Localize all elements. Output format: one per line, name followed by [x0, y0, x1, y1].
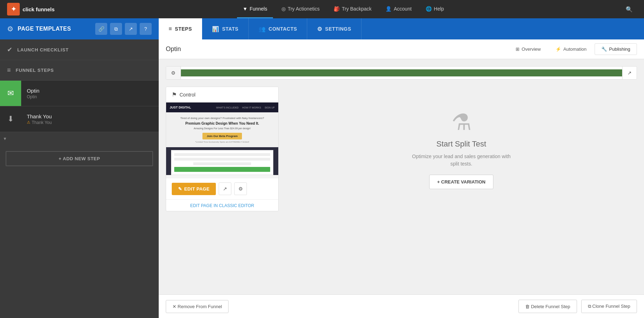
card-header: ⚑ Control — [166, 87, 278, 102]
url-input-field[interactable] — [181, 69, 622, 76]
nav-help[interactable]: 🌐 Help — [420, 0, 450, 18]
nav-funnels[interactable]: ▼ Funnels — [237, 0, 273, 18]
main-container: ⚙ PAGE TEMPLATES 🔗 ⧉ ↗ ? ✔ LAUNCH CHECKL… — [0, 18, 644, 318]
duplicate-button[interactable]: ⧉ — [110, 23, 122, 35]
delete-funnel-step-button[interactable]: 🗑 Delete Funnel Step — [518, 300, 577, 313]
preview-nav-logo: JUST DIGITAL — [170, 106, 191, 109]
preview-tagline: Tired of doing your own designs? Frustra… — [171, 117, 273, 120]
download-icon: ⬇ — [7, 114, 14, 124]
stats-tab-label: STATS — [222, 26, 238, 32]
steps-tab-label: STEPS — [175, 26, 192, 32]
tab-contacts[interactable]: 👥 CONTACTS — [249, 18, 307, 39]
warning-icon: ⚠ — [27, 120, 30, 125]
flask-icon: ⚗ — [451, 109, 472, 135]
split-test-subtitle: Optimize your lead and sales generation … — [412, 153, 511, 168]
preview-form-line-1 — [174, 153, 270, 156]
launch-checklist-label: LAUNCH CHECKLIST — [17, 47, 69, 52]
preview-content: Tired of doing your own designs? Frustra… — [166, 112, 278, 147]
search-button[interactable]: 🔍 — [621, 3, 637, 15]
top-tabs: ≡ STEPS 📊 STATS 👥 CONTACTS ⚙ SETTINGS — [159, 18, 644, 39]
gear-icon: ⚙ — [7, 25, 13, 33]
funnel-icon: ▼ — [243, 6, 248, 12]
thank-you-step-info: Thank You ⚠ Thank You — [21, 109, 159, 129]
thank-you-step-name: Thank You — [27, 113, 153, 119]
sidebar-item-launch-checklist[interactable]: ✔ LAUNCH CHECKLIST — [0, 39, 159, 60]
overview-icon: ⊞ — [516, 46, 520, 52]
nav-backpack-label: Try Backpack — [342, 6, 371, 12]
tab-settings[interactable]: ⚙ SETTINGS — [307, 18, 362, 39]
add-new-step-button[interactable]: + ADD NEW STEP — [6, 151, 153, 166]
optin-step-info: Optin Optin — [21, 83, 159, 104]
preview-form-line-2 — [174, 158, 270, 161]
card-actions: ✎ EDIT PAGE ↗ ⚙ — [166, 178, 278, 199]
edit-page-button[interactable]: ✎ EDIT PAGE — [172, 183, 216, 195]
optin-step-sub: Optin — [27, 94, 153, 99]
nav-funnels-label: Funnels — [250, 6, 267, 12]
bottom-right-actions: 🗑 Delete Funnel Step ⧉ Clone Funnel Step — [518, 300, 637, 313]
sub-tabs: ⊞ Overview ⚡ Automation 🔧 Publishing — [509, 43, 637, 55]
settings-tab-label: SETTINGS — [325, 26, 351, 32]
steps-tab-icon: ≡ — [169, 26, 172, 32]
nav-actionetics[interactable]: ◎ Try Actionetics — [276, 0, 326, 18]
page-preview: JUST DIGITAL WHAT'S INCLUDED HOW IT WORK… — [166, 102, 278, 178]
external-link-button[interactable]: ↗ — [125, 23, 137, 35]
create-variation-button[interactable]: + CREATE VARIATION — [429, 175, 494, 189]
split-test-title: Start Split Test — [436, 139, 486, 149]
funnel-step-thank-you[interactable]: ⬇ Thank You ⚠ Thank You — [0, 106, 159, 132]
app-logo[interactable]: ✦ click funnels — [7, 3, 55, 15]
nav-right: 🔍 — [621, 3, 637, 15]
preview-form — [171, 150, 273, 175]
account-icon: 👤 — [385, 6, 391, 12]
url-external-link-button[interactable]: ↗ — [622, 67, 637, 79]
sidebar-title: PAGE TEMPLATES — [18, 26, 71, 32]
bottom-bar: ✕ Remove From Funnel 🗑 Delete Funnel Ste… — [159, 294, 644, 318]
funnel-step-optin[interactable]: ✉ Optin Optin — [0, 81, 159, 106]
optin-step-icon-area: ✉ — [0, 81, 21, 106]
publishing-label: Publishing — [609, 46, 630, 52]
classic-editor-link[interactable]: EDIT PAGE IN CLASSIC EDITOR — [190, 203, 254, 208]
tab-steps[interactable]: ≡ STEPS — [159, 18, 202, 39]
url-bar: ⚙ ↗ — [166, 66, 637, 80]
preview-disclaimer: *Limited Time Exclusively Spots are EXTR… — [171, 141, 273, 143]
tab-stats[interactable]: 📊 STATS — [202, 18, 249, 39]
main-nav: ▼ Funnels ◎ Try Actionetics 🎒 Try Backpa… — [65, 0, 621, 18]
nav-account[interactable]: 👤 Account — [380, 0, 417, 18]
top-navigation: ✦ click funnels ▼ Funnels ◎ Try Actionet… — [0, 0, 644, 18]
checkmark-icon: ✔ — [7, 46, 12, 54]
nav-help-label: Help — [434, 6, 444, 12]
envelope-icon: ✉ — [7, 89, 14, 98]
backpack-icon: 🎒 — [334, 6, 340, 12]
link-button[interactable]: 🔗 — [95, 23, 107, 35]
automation-label: Automation — [563, 46, 587, 52]
external-link-icon-button[interactable]: ↗ — [219, 182, 231, 195]
sub-tab-publishing[interactable]: 🔧 Publishing — [595, 43, 637, 55]
preview-image: JUST DIGITAL WHAT'S INCLUDED HOW IT WORK… — [166, 102, 278, 175]
sub-tab-overview[interactable]: ⊞ Overview — [509, 43, 547, 55]
split-test-area: ⚑ Control JUST DIGITAL WHAT'S INCLUDED H… — [166, 87, 637, 211]
preview-nav-links: WHAT'S INCLUDED HOW IT WORKS SIGN UP — [216, 106, 275, 109]
logo-icon: ✦ — [7, 3, 20, 15]
url-settings-button[interactable]: ⚙ — [166, 67, 181, 79]
clone-funnel-step-button[interactable]: ⧉ Clone Funnel Step — [581, 300, 637, 313]
optin-step-name: Optin — [27, 88, 153, 94]
settings-tab-icon: ⚙ — [317, 26, 322, 32]
remove-from-funnel-button[interactable]: ✕ Remove From Funnel — [166, 300, 229, 313]
nav-account-label: Account — [394, 6, 412, 12]
nav-backpack[interactable]: 🎒 Try Backpack — [328, 0, 377, 18]
help-button[interactable]: ? — [140, 23, 152, 35]
sidebar-item-funnel-steps[interactable]: ≡ FUNNEL STEPS — [0, 60, 159, 81]
sub-tab-automation[interactable]: ⚡ Automation — [549, 43, 593, 55]
stats-tab-icon: 📊 — [212, 26, 219, 32]
sub-header: Optin ⊞ Overview ⚡ Automation 🔧 Publishi… — [159, 39, 644, 59]
nav-actionetics-label: Try Actionetics — [288, 6, 320, 12]
thank-you-step-icon-area: ⬇ — [0, 106, 21, 132]
funnel-steps-label: FUNNEL STEPS — [16, 68, 54, 73]
edit-page-label: EDIT PAGE — [184, 186, 209, 192]
overview-label: Overview — [522, 46, 541, 52]
control-card: ⚑ Control JUST DIGITAL WHAT'S INCLUDED H… — [166, 87, 279, 211]
card-settings-button[interactable]: ⚙ — [234, 182, 247, 195]
menu-icon: ≡ — [7, 67, 11, 74]
preview-nav: JUST DIGITAL WHAT'S INCLUDED HOW IT WORK… — [166, 102, 278, 112]
preview-form-submit — [174, 167, 270, 172]
split-test-placeholder: ⚗ Start Split Test Optimize your lead an… — [286, 87, 637, 211]
